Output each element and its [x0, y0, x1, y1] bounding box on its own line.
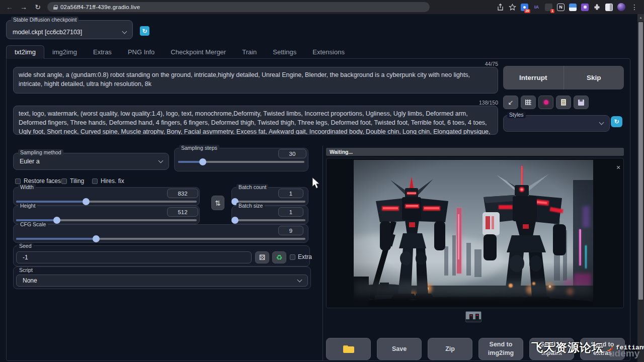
- scrollbar[interactable]: ▲: [637, 14, 644, 362]
- browser-toolbar: ← → ↻ 02a56ff4-71ff-439e.gradio.live 20 …: [0, 0, 644, 14]
- sampling-steps-label: Sampling steps: [179, 145, 219, 151]
- negative-prompt-input[interactable]: text, logo, watermark, (worst quality, l…: [13, 106, 498, 135]
- restore-faces-checkbox[interactable]: Restore faces: [15, 177, 61, 185]
- batch-size-slider[interactable]: [235, 219, 305, 221]
- save-style-button[interactable]: [574, 96, 589, 109]
- extension-image-icon[interactable]: [569, 4, 577, 11]
- tab-train[interactable]: Train: [234, 45, 265, 59]
- tab-extensions[interactable]: Extensions: [304, 45, 353, 59]
- tab-png-info[interactable]: PNG Info: [120, 45, 163, 59]
- tab-settings[interactable]: Settings: [265, 45, 304, 59]
- sampling-steps-slider[interactable]: [178, 161, 304, 163]
- styles-label: Styles: [507, 112, 526, 118]
- seed-extra-checkbox[interactable]: Extra: [290, 253, 312, 260]
- checkbox-icon: [92, 178, 98, 184]
- progress-bar: Waiting...: [326, 148, 624, 156]
- batch-count-label: Batch count: [236, 184, 268, 191]
- sampling-method-value: Euler a: [20, 158, 40, 165]
- extension-purple-icon[interactable]: [581, 4, 589, 11]
- prompt-input[interactable]: wide shot angle, a (gundam:0.8) robot st…: [13, 67, 498, 94]
- share-icon[interactable]: [497, 4, 504, 11]
- chili-logo-icon: [605, 343, 615, 353]
- batch-count-value[interactable]: 1: [278, 189, 303, 198]
- interrupt-button[interactable]: Interrupt: [503, 66, 564, 89]
- paste-arrow-icon: ↙: [508, 99, 514, 106]
- extension-badge: 20: [524, 9, 530, 13]
- checkpoint-label: Stable Diffusion checkpoint: [11, 17, 78, 23]
- script-value: None: [23, 277, 37, 284]
- scrollbar-thumb[interactable]: [638, 22, 643, 300]
- watermark: 飞天资源论坛 feitianwu7.com: [531, 340, 644, 355]
- extra-networks-card-icon: [544, 100, 548, 105]
- column-divider: [323, 146, 323, 361]
- zip-button[interactable]: Zip: [428, 338, 472, 360]
- tab-extras[interactable]: Extras: [85, 45, 120, 59]
- reload-icon[interactable]: ↻: [33, 3, 42, 11]
- skip-button[interactable]: Skip: [564, 66, 624, 89]
- sampling-method-label: Sampling method: [18, 149, 63, 156]
- scrollbar-up-icon[interactable]: ▲: [637, 14, 644, 21]
- extension-ia-icon[interactable]: IA: [533, 4, 540, 11]
- swap-icon: ⇅: [215, 199, 221, 207]
- send-to-img2img-button[interactable]: Send to img2img: [478, 338, 523, 360]
- close-preview-icon[interactable]: ×: [614, 163, 623, 172]
- cfg-scale-label: CFG Scale: [18, 221, 48, 228]
- mouse-cursor: [312, 177, 320, 189]
- profile-avatar[interactable]: [617, 3, 625, 11]
- extension-blue-icon[interactable]: 20: [521, 4, 528, 11]
- folder-icon: [343, 345, 354, 353]
- tab-txt2img[interactable]: txt2img: [6, 45, 44, 59]
- checkbox-icon: [15, 178, 21, 184]
- width-slider[interactable]: [16, 201, 197, 203]
- url-text: 02a56ff4-71ff-439e.gradio.live: [60, 4, 140, 10]
- reuse-seed-button[interactable]: ♻: [272, 251, 286, 263]
- swap-dimensions-button[interactable]: ⇅: [211, 196, 224, 210]
- checkpoint-refresh-button[interactable]: ↻: [140, 26, 149, 36]
- hires-fix-checkbox[interactable]: Hires. fix: [92, 177, 124, 185]
- tab-img2img[interactable]: img2img: [44, 45, 85, 59]
- width-value[interactable]: 832: [167, 189, 198, 198]
- sampling-steps-value[interactable]: 30: [278, 149, 306, 158]
- menu-icon[interactable]: ⋮: [630, 3, 639, 11]
- address-bar[interactable]: 02a56ff4-71ff-439e.gradio.live: [47, 2, 430, 12]
- chevron-down-icon: [599, 120, 604, 125]
- script-select[interactable]: None: [16, 275, 308, 287]
- checkbox-icon: [61, 178, 67, 184]
- chevron-down-icon: [122, 29, 127, 34]
- tab-checkpoint-merger[interactable]: Checkpoint Merger: [163, 45, 234, 59]
- lock-icon: [53, 5, 57, 10]
- preview-image[interactable]: [354, 160, 593, 306]
- negative-prompt-text: text, logo, watermark, (worst quality, l…: [19, 110, 491, 135]
- height-value[interactable]: 512: [167, 207, 198, 217]
- clipboard-icon: [561, 99, 566, 106]
- save-button[interactable]: Save: [377, 338, 422, 360]
- seed-input[interactable]: -1: [16, 251, 252, 263]
- apply-style-button[interactable]: [556, 96, 571, 109]
- cfg-scale-value[interactable]: 9: [278, 226, 303, 235]
- seed-label: Seed: [17, 243, 34, 249]
- recycle-icon: ♻: [276, 253, 283, 261]
- back-icon[interactable]: ←: [5, 3, 14, 11]
- extensions-puzzle-icon[interactable]: [593, 4, 601, 11]
- paste-params-button[interactable]: ↙: [503, 96, 518, 109]
- forward-icon[interactable]: →: [19, 3, 28, 11]
- prompt-counter: 44/75: [438, 61, 498, 67]
- notion-icon[interactable]: N: [557, 4, 565, 11]
- random-seed-button[interactable]: ⚄: [255, 251, 269, 263]
- seed-value: -1: [23, 254, 28, 261]
- sidebar-icon[interactable]: [605, 4, 613, 11]
- gallery-thumbnail[interactable]: [465, 311, 481, 322]
- batch-size-value[interactable]: 1: [278, 207, 303, 217]
- generate-button-group: Interrupt Skip: [503, 66, 624, 89]
- extension-badge: 1: [550, 9, 554, 13]
- bookmark-star-icon[interactable]: [509, 4, 516, 11]
- styles-refresh-button[interactable]: ↻: [611, 116, 622, 127]
- extra-networks-button[interactable]: [538, 96, 553, 109]
- open-folder-button[interactable]: [326, 338, 371, 360]
- watermark-site-text: feitianwu7.com: [616, 344, 644, 351]
- tiling-checkbox[interactable]: Tiling: [61, 177, 84, 185]
- cfg-scale-slider[interactable]: [16, 238, 305, 240]
- clear-prompt-button[interactable]: [521, 96, 536, 109]
- chevron-down-icon: [158, 158, 164, 163]
- extension-dark-icon[interactable]: 1: [545, 4, 552, 11]
